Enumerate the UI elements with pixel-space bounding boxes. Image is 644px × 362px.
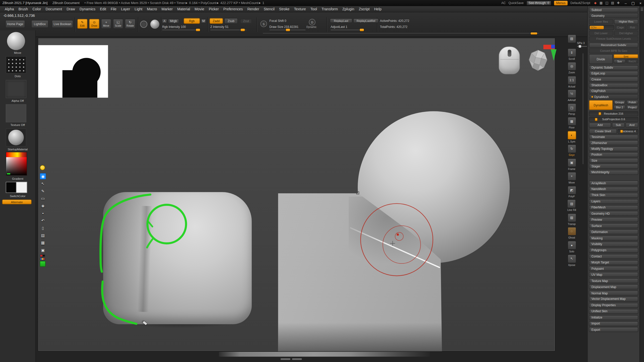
pencil-icon[interactable]: ✎ [40, 188, 46, 194]
reuv-button[interactable]: ReUV [626, 59, 638, 63]
texture-thumbnail[interactable] [6, 104, 26, 122]
spix-slider[interactable]: SPix 3 [577, 41, 585, 44]
lightbox-button[interactable]: LightBox [31, 20, 49, 28]
spix-track[interactable] [577, 46, 587, 47]
zcut-button[interactable]: Zcut [240, 19, 252, 23]
dot-icon[interactable]: • [40, 210, 46, 216]
convert-bpr-button[interactable]: Convert BPR To Geo [589, 49, 638, 54]
geometry-sub-palette[interactable]: MeshIntegrity [589, 170, 638, 175]
floor-grid-icon[interactable]: ▦ Floor [568, 117, 576, 129]
frame-icon[interactable]: ▣ Frame [568, 158, 576, 170]
spix-knob[interactable] [579, 45, 581, 48]
home-page-button[interactable]: Home Page [5, 20, 25, 28]
shelf-icon[interactable]: ↻ [568, 145, 576, 153]
project-button[interactable]: Project [626, 105, 638, 109]
freeze-subdivision-button[interactable]: Freeze SubDivision Levels [589, 37, 638, 42]
rgb-intensity-track[interactable] [162, 30, 200, 30]
perspective-icon[interactable]: ◳ Persp [568, 103, 576, 115]
palette-section[interactable]: Contact [589, 254, 638, 259]
shelf-scrollbar-knob[interactable] [531, 32, 537, 34]
shelf-icon[interactable]: ◳ [568, 103, 576, 112]
menus-button[interactable]: Menus [554, 1, 568, 5]
rstr-button[interactable]: Rstr [627, 25, 638, 30]
menu-item[interactable]: Document [43, 7, 64, 11]
menu-item[interactable]: Preferences [221, 7, 245, 11]
menu-item[interactable]: Material [175, 7, 192, 11]
subtool-palette-header[interactable]: Subtool [589, 7, 638, 12]
menu-item[interactable]: Texture [292, 7, 308, 11]
line-fill-icon[interactable]: ▤ Line Fill [567, 199, 576, 211]
replay-last-button[interactable]: ReplayLast [330, 18, 352, 23]
rgb-intensity-slider[interactable]: Rgb Intensity 100 [162, 25, 186, 29]
palette-section[interactable]: Thick Skin [589, 193, 638, 198]
shelf-icon[interactable]: ◐ [568, 131, 576, 139]
lightbulb-icon[interactable] [40, 165, 45, 170]
polyframe-icon[interactable]: ◩ PolyF [568, 186, 576, 198]
palette-section[interactable]: Surface [589, 223, 638, 229]
menu-item[interactable]: Draw [64, 7, 77, 11]
and-mode-button[interactable]: And [626, 123, 638, 128]
document-canvas[interactable]: ◉ ↖✎▭◈•↶▯▤▦▣ [38, 38, 555, 351]
geometry-palette-header[interactable]: Geometry [589, 13, 638, 18]
menu-item[interactable]: Movie [192, 7, 207, 11]
main-color-swatch[interactable] [6, 182, 16, 193]
palette-section[interactable]: UV Map [589, 272, 638, 277]
z-intensity-knob[interactable] [241, 29, 245, 31]
ac-label[interactable]: AC [501, 1, 506, 5]
suv-button[interactable]: Suv [614, 59, 625, 63]
shelf-vertical-scrollbar[interactable] [583, 53, 583, 164]
add-mode-button[interactable]: Add [589, 123, 611, 128]
palette-section[interactable]: Deformation [589, 230, 638, 235]
palette-section[interactable]: Displacement Map [589, 285, 638, 290]
lasso-icon[interactable]: ◈ [40, 203, 46, 209]
alpha-thumbnail[interactable] [6, 80, 26, 98]
palette-section[interactable]: Normal Map [589, 291, 638, 296]
solo-icon[interactable]: ● Solo [568, 241, 576, 253]
geometry-sub-palette[interactable]: Crease [589, 77, 638, 82]
aahalf-icon[interactable]: ½ AAHalf [568, 89, 576, 101]
draw-size-knob[interactable] [286, 29, 290, 31]
menu-item[interactable]: Light [132, 7, 145, 11]
material-sphere-icon[interactable] [150, 20, 159, 29]
shelf-icon[interactable]: ▦ [568, 117, 576, 125]
menu-item[interactable]: Stencil [261, 7, 277, 11]
pointer-icon[interactable]: ↖ [40, 180, 46, 187]
zsub-button[interactable]: Zsub [224, 18, 238, 24]
green-swatch[interactable] [40, 261, 46, 267]
print-icon[interactable]: ▤ [40, 232, 46, 238]
palette-section[interactable]: Layers [589, 199, 638, 204]
shelf-icon[interactable]: ● [568, 241, 576, 249]
shelf-icon[interactable]: ½ [568, 89, 576, 98]
scale-button[interactable]: ◱ Scale [113, 19, 123, 29]
resolution-knob[interactable] [598, 112, 601, 115]
palette-section[interactable]: Import [589, 321, 638, 326]
ghost-icon[interactable]: ◌ Ghost [568, 227, 576, 239]
shelf-icon[interactable]: ▤ [568, 34, 576, 43]
shelf-icon[interactable]: 1:1 [568, 76, 576, 84]
anchor-button[interactable]: A [162, 19, 167, 23]
geometry-sub-palette[interactable]: ZRemesher [589, 141, 638, 146]
gyro-xyz-icon[interactable]: ↻ Gxyz [568, 145, 576, 156]
palette-section[interactable]: Polypaint [589, 266, 638, 271]
palette-section[interactable]: Initialize [589, 315, 638, 320]
palette-section[interactable]: Display Properties [589, 303, 638, 308]
palette-section[interactable]: Texture Map [589, 278, 638, 283]
menu-item[interactable]: Picker [207, 7, 221, 11]
higher-res-button[interactable]: Higher Res [614, 19, 638, 24]
focal-shift-slider[interactable]: Focal Shift 0 [269, 19, 286, 23]
shelf-icon[interactable]: + [568, 172, 576, 180]
shelf-icon[interactable]: ◎ [568, 62, 576, 71]
docs-icon[interactable]: ▤ [610, 1, 615, 5]
geometry-sub-palette[interactable]: EdgeLoop [589, 71, 638, 76]
thickness-slider[interactable]: Thickness 4 [618, 129, 638, 134]
replay-last-rel-button[interactable]: ReplayLastRel [353, 18, 379, 23]
xpose-icon[interactable]: ↖ Xpose [568, 254, 576, 266]
default-zscript-button[interactable]: DefaultZScript [571, 1, 590, 5]
menu-item[interactable]: Layer [119, 7, 132, 11]
help-icon[interactable]: ✚ [616, 1, 621, 5]
shelf-icon[interactable]: ↖ [568, 254, 576, 263]
dynamic-size-icon[interactable]: D [309, 19, 315, 25]
move-button[interactable]: + Move [101, 19, 111, 29]
mrgb-button[interactable]: Mrgb [168, 19, 179, 23]
panel-scroll-strip[interactable] [639, 6, 644, 362]
